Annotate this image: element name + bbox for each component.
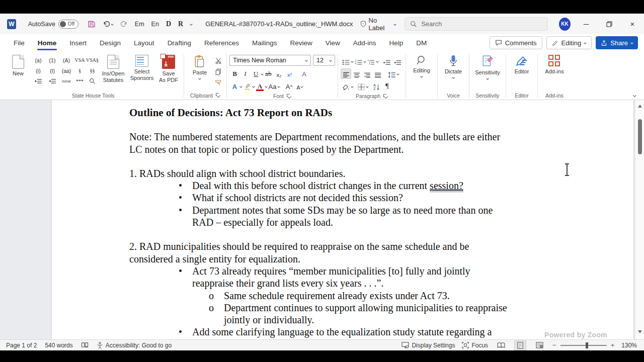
- statute-search-button[interactable]: [87, 76, 98, 86]
- web-layout-button[interactable]: [533, 340, 545, 350]
- share-button[interactable]: Share: [596, 36, 638, 49]
- save-button[interactable]: [88, 20, 96, 28]
- tab-references[interactable]: References: [198, 36, 246, 50]
- format-aa-paren-button[interactable]: (aa): [62, 68, 71, 74]
- font-family-select[interactable]: Times New Roman: [229, 55, 311, 66]
- format-painter-button[interactable]: [213, 78, 224, 88]
- em-dash-button[interactable]: Em: [135, 21, 144, 28]
- document-page[interactable]: Outline of Decisions: Act 73 Report on R…: [52, 100, 633, 339]
- sections-button[interactable]: §§: [90, 68, 95, 73]
- autosave-control[interactable]: AutoSave Off: [28, 20, 78, 29]
- page-count[interactable]: Page 1 of 2: [6, 342, 37, 349]
- indent-level-button[interactable]: [47, 76, 58, 86]
- show-hide-marks-button[interactable]: ¶: [382, 81, 392, 92]
- font-color-button[interactable]: A: [255, 81, 265, 92]
- scroll-down-icon[interactable]: [638, 330, 642, 333]
- borders-button[interactable]: [356, 81, 366, 92]
- zoom-out-button[interactable]: −: [552, 341, 556, 349]
- section-button[interactable]: §: [78, 68, 81, 73]
- tab-file[interactable]: File: [7, 36, 31, 50]
- line-spacing-dropdown-icon[interactable]: [396, 72, 399, 75]
- ins-open-statutes-button[interactable]: Ins/OpenStatutes: [99, 53, 128, 83]
- restore-button[interactable]: [598, 14, 621, 34]
- text-effects-button[interactable]: A: [229, 81, 240, 92]
- clear-formatting-button[interactable]: A: [299, 68, 309, 79]
- paragraph-dialog-launcher-icon[interactable]: [383, 94, 388, 99]
- vertical-scrollbar[interactable]: [635, 100, 644, 339]
- change-case-dropdown-icon[interactable]: [277, 85, 280, 88]
- highlight-button[interactable]: [242, 81, 253, 92]
- tab-layout[interactable]: Layout: [127, 36, 161, 50]
- subscript-button[interactable]: x₂: [274, 68, 284, 79]
- vsa-button[interactable]: VSA: [74, 57, 85, 63]
- accessibility-status[interactable]: Accessibility: Good to go: [97, 342, 172, 349]
- redline-button[interactable]: R: [178, 20, 183, 28]
- delete-markup-button[interactable]: D: [166, 20, 171, 28]
- redo-button[interactable]: [120, 20, 128, 28]
- tab-drafting[interactable]: Drafting: [161, 36, 198, 50]
- decrease-indent-button[interactable]: [382, 56, 392, 66]
- superscript-button[interactable]: x²: [284, 68, 295, 79]
- zoom-in-button[interactable]: +: [611, 341, 615, 349]
- avatar[interactable]: KK: [559, 18, 571, 31]
- asterisks-button[interactable]: ***: [76, 78, 84, 84]
- dictate-button[interactable]: Dictate: [440, 53, 466, 78]
- tab-view[interactable]: View: [319, 36, 347, 50]
- multilevel-list-dropdown-icon[interactable]: [376, 60, 379, 63]
- format-i-paren-button[interactable]: (i): [36, 68, 40, 74]
- minimize-button[interactable]: ─: [575, 14, 598, 34]
- tab-mailings[interactable]: Mailings: [246, 36, 284, 50]
- tab-dm[interactable]: DM: [410, 36, 433, 50]
- zoom-slider[interactable]: [560, 345, 607, 346]
- sensitivity-button[interactable]: Sensitivity: [472, 53, 503, 79]
- shading-dropdown-icon[interactable]: [351, 85, 354, 88]
- line-spacing-button[interactable]: [386, 68, 397, 79]
- increase-indent-button[interactable]: [392, 56, 403, 66]
- display-settings-button[interactable]: Display Settings: [401, 342, 455, 349]
- numbered-list-button[interactable]: [353, 56, 364, 66]
- document-content[interactable]: Outline of Decisions: Act 73 Report on R…: [129, 107, 508, 338]
- word-logo-icon[interactable]: W: [7, 19, 16, 29]
- align-left-button[interactable]: [341, 68, 351, 79]
- search-input[interactable]: Search: [405, 17, 548, 31]
- word-count[interactable]: 540 words: [45, 342, 72, 349]
- print-layout-button[interactable]: [514, 340, 526, 350]
- format-1-paren-button[interactable]: (1): [49, 57, 56, 63]
- shrink-font-button[interactable]: A: [294, 81, 305, 92]
- underline-button[interactable]: U: [251, 68, 261, 79]
- paste-button[interactable]: Paste: [187, 53, 213, 79]
- tab-insert[interactable]: Insert: [63, 36, 93, 50]
- clipboard-dialog-launcher-icon[interactable]: [216, 93, 220, 98]
- justify-button[interactable]: [372, 68, 383, 79]
- qat-overflow-icon[interactable]: [190, 23, 193, 26]
- editing-mode-button[interactable]: Editing: [546, 36, 592, 49]
- font-dialog-launcher-icon[interactable]: [287, 94, 291, 99]
- editor-button[interactable]: Editor: [509, 53, 535, 75]
- outdent-level-button[interactable]: [33, 76, 44, 86]
- align-right-button[interactable]: [362, 68, 372, 79]
- grow-font-button[interactable]: A: [284, 81, 294, 92]
- save-as-pdf-button[interactable]: PDF⤓ SaveAs PDF: [156, 53, 181, 83]
- autosave-toggle[interactable]: Off: [58, 20, 78, 29]
- zoom-slider-thumb[interactable]: [586, 342, 588, 348]
- copy-button[interactable]: [213, 67, 224, 77]
- bullet-list-button[interactable]: [341, 56, 351, 66]
- sort-button[interactable]: AZ: [371, 81, 382, 92]
- bold-button[interactable]: B: [229, 68, 240, 79]
- tab-design[interactable]: Design: [93, 36, 127, 50]
- undo-dropdown-icon[interactable]: [111, 23, 114, 26]
- tab-help[interactable]: Help: [383, 36, 410, 50]
- document-title[interactable]: GENERAL-#387070-v1-RADs_outline;_HWM.doc…: [205, 20, 353, 28]
- format-a-paren-button[interactable]: (a): [35, 57, 42, 63]
- tab-add-ins[interactable]: Add-ins: [347, 36, 383, 50]
- tab-review[interactable]: Review: [283, 36, 318, 50]
- tab-home[interactable]: Home: [31, 36, 63, 50]
- multilevel-list-button[interactable]: [366, 56, 376, 66]
- read-mode-button[interactable]: [495, 340, 507, 350]
- new-document-button[interactable]: New: [5, 53, 31, 77]
- collapse-ribbon-icon[interactable]: [633, 94, 636, 97]
- addins-button[interactable]: Add-ins: [540, 53, 569, 75]
- comments-button[interactable]: Comments: [490, 36, 542, 49]
- vsa-section-button[interactable]: VSA§: [86, 57, 99, 63]
- select-sponsors-button[interactable]: SelectSponsors: [128, 53, 156, 81]
